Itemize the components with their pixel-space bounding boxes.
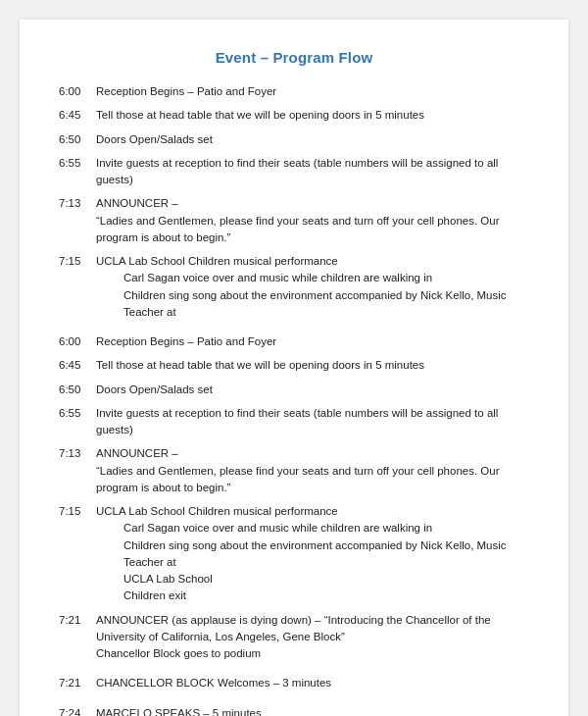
event-time: 7:15 — [59, 503, 96, 605]
event-time: 6:00 — [59, 333, 96, 350]
list-item: 7:15UCLA Lab School Children musical per… — [59, 253, 529, 321]
event-line: UCLA Lab School — [96, 571, 529, 588]
event-line: Doors Open/Salads set — [96, 131, 529, 148]
event-content: Doors Open/Salads set — [96, 131, 529, 148]
event-line: Carl Sagan voice over and music while ch… — [96, 520, 529, 537]
event-line: MARCELO SPEAKS – 5 minutes — [96, 705, 529, 717]
event-time: 7:13 — [59, 445, 96, 496]
event-content: UCLA Lab School Children musical perform… — [96, 503, 529, 605]
list-item: 7:21CHANCELLOR BLOCK Welcomes – 3 minute… — [59, 675, 529, 691]
event-time: 6:55 — [59, 155, 96, 189]
event-content: Invite guests at reception to find their… — [96, 155, 529, 189]
event-content: MARCELO SPEAKS – 5 minutesDr. Carlos Tor… — [96, 705, 529, 717]
event-line: Children sing song about the environment… — [96, 287, 529, 322]
event-line: Tell those at head table that we will be… — [96, 107, 529, 124]
event-line: CHANCELLOR BLOCK Welcomes – 3 minutes — [96, 675, 529, 691]
event-content: ANNOUNCER –“Ladies and Gentlemen, please… — [96, 195, 529, 246]
event-time: 6:55 — [59, 405, 96, 439]
event-content: UCLA Lab School Children musical perform… — [96, 253, 529, 321]
list-item: 6:00Reception Begins – Patio and Foyer — [59, 333, 529, 350]
event-line: “Ladies and Gentlemen, please find your … — [96, 213, 529, 247]
list-item: 7:21ANNOUNCER (as applause is dying down… — [59, 612, 529, 663]
event-line: ANNOUNCER – — [96, 195, 529, 212]
event-content: Tell those at head table that we will be… — [96, 107, 529, 124]
event-line: Tell those at head table that we will be… — [96, 357, 529, 374]
list-item: 6:55Invite guests at reception to find t… — [59, 405, 529, 439]
event-line: Children sing song about the environment… — [96, 537, 529, 572]
event-line: Invite guests at reception to find their… — [96, 405, 529, 439]
event-content: ANNOUNCER (as applause is dying down) – … — [96, 612, 529, 663]
event-time: 6:00 — [59, 83, 96, 100]
event-content: Tell those at head table that we will be… — [96, 357, 529, 374]
list-item: 7:13ANNOUNCER –“Ladies and Gentlemen, pl… — [59, 445, 529, 496]
event-line: Doors Open/Salads set — [96, 382, 529, 398]
event-time: 6:45 — [59, 107, 96, 124]
event-line: UCLA Lab School Children musical perform… — [96, 503, 529, 520]
event-content: Doors Open/Salads set — [96, 382, 529, 398]
list-item: 6:50Doors Open/Salads set — [59, 382, 529, 398]
event-time: 7:24 — [59, 705, 96, 717]
list-item: 7:13ANNOUNCER –“Ladies and Gentlemen, pl… — [59, 195, 529, 246]
list-item: 6:00Reception Begins – Patio and Foyer — [59, 83, 529, 100]
list-item: 6:55Invite guests at reception to find t… — [59, 155, 529, 189]
event-time: 7:13 — [59, 195, 96, 246]
event-time: 7:21 — [59, 612, 96, 663]
event-content: ANNOUNCER –“Ladies and Gentlemen, please… — [96, 445, 529, 496]
list-item: 6:50Doors Open/Salads set — [59, 131, 529, 148]
list-item: 6:45Tell those at head table that we wil… — [59, 107, 529, 124]
event-line: Invite guests at reception to find their… — [96, 155, 529, 189]
list-item: 7:24MARCELO SPEAKS – 5 minutesDr. Carlos… — [59, 705, 529, 717]
event-line: ANNOUNCER (as applause is dying down) – … — [96, 612, 529, 646]
event-content: Invite guests at reception to find their… — [96, 405, 529, 439]
event-line: Chancellor Block goes to podium — [96, 645, 529, 662]
event-line: Reception Begins – Patio and Foyer — [96, 83, 529, 100]
list-item: 6:45Tell those at head table that we wil… — [59, 357, 529, 374]
event-time: 6:50 — [59, 131, 96, 148]
list-item: 7:15UCLA Lab School Children musical per… — [59, 503, 529, 605]
event-time: 6:50 — [59, 382, 96, 398]
event-line: ANNOUNCER – — [96, 445, 529, 462]
page-title: Event – Program Flow — [59, 49, 529, 66]
event-content: Reception Begins – Patio and Foyer — [96, 83, 529, 100]
event-list: 6:00Reception Begins – Patio and Foyer6:… — [59, 83, 529, 716]
event-line: Reception Begins – Patio and Foyer — [96, 333, 529, 350]
event-line: Carl Sagan voice over and music while ch… — [96, 270, 529, 286]
event-time: 6:45 — [59, 357, 96, 374]
event-content: Reception Begins – Patio and Foyer — [96, 333, 529, 350]
event-line: Children exit — [96, 588, 529, 604]
event-time: 7:21 — [59, 675, 96, 691]
event-time: 7:15 — [59, 253, 96, 321]
event-line: UCLA Lab School Children musical perform… — [96, 253, 529, 270]
event-line: “Ladies and Gentlemen, please find your … — [96, 463, 529, 497]
page: Event – Program Flow 6:00Reception Begin… — [20, 20, 568, 716]
event-content: CHANCELLOR BLOCK Welcomes – 3 minutes — [96, 675, 529, 691]
